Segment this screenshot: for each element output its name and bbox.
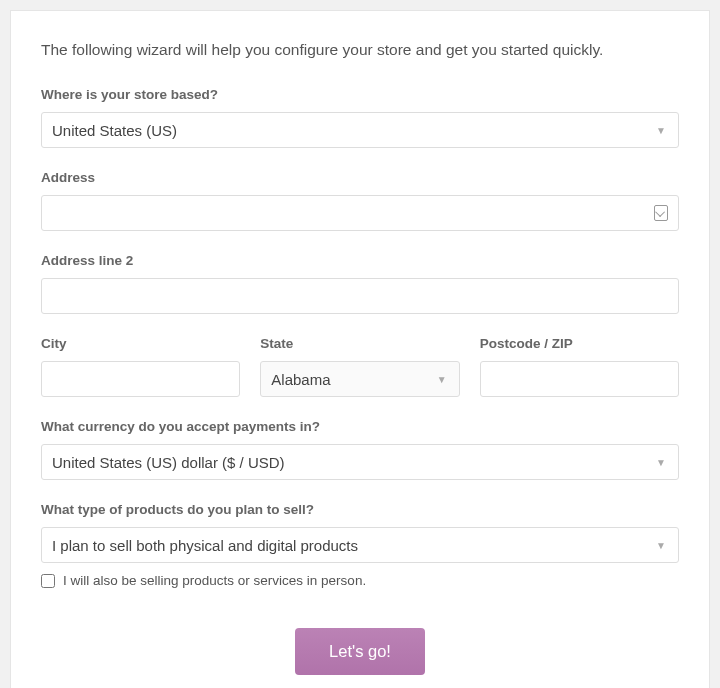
currency-value: United States (US) dollar ($ / USD) <box>52 454 285 471</box>
postcode-group: Postcode / ZIP <box>480 336 679 397</box>
product-type-label: What type of products do you plan to sel… <box>41 502 679 517</box>
postcode-input-wrap <box>480 361 679 397</box>
city-group: City <box>41 336 240 397</box>
in-person-row: I will also be selling products or servi… <box>41 573 679 588</box>
chevron-down-icon: ▼ <box>437 374 447 385</box>
store-location-label: Where is your store based? <box>41 87 679 102</box>
address-input-wrap <box>41 195 679 231</box>
product-type-value: I plan to sell both physical and digital… <box>52 537 358 554</box>
address2-label: Address line 2 <box>41 253 679 268</box>
address2-input[interactable] <box>52 279 668 313</box>
wizard-card: The following wizard will help you confi… <box>10 10 710 688</box>
store-location-value: United States (US) <box>52 122 177 139</box>
lets-go-button[interactable]: Let's go! <box>295 628 425 675</box>
store-location-group: Where is your store based? United States… <box>41 87 679 148</box>
state-label: State <box>260 336 459 351</box>
state-value: Alabama <box>271 371 330 388</box>
city-input[interactable] <box>52 362 229 396</box>
product-type-select[interactable]: I plan to sell both physical and digital… <box>41 527 679 563</box>
city-input-wrap <box>41 361 240 397</box>
in-person-checkbox[interactable] <box>41 574 55 588</box>
address2-input-wrap <box>41 278 679 314</box>
address-input[interactable] <box>52 196 668 230</box>
autofill-icon[interactable] <box>654 205 668 221</box>
postcode-label: Postcode / ZIP <box>480 336 679 351</box>
state-select[interactable]: Alabama ▼ <box>260 361 459 397</box>
chevron-down-icon: ▼ <box>656 540 666 551</box>
postcode-input[interactable] <box>491 362 668 396</box>
city-label: City <box>41 336 240 351</box>
currency-label: What currency do you accept payments in? <box>41 419 679 434</box>
submit-wrap: Let's go! <box>41 628 679 675</box>
city-state-zip-row: City State Alabama ▼ Postcode / ZIP <box>41 336 679 397</box>
currency-select[interactable]: United States (US) dollar ($ / USD) ▼ <box>41 444 679 480</box>
currency-group: What currency do you accept payments in?… <box>41 419 679 480</box>
address2-group: Address line 2 <box>41 253 679 314</box>
in-person-label: I will also be selling products or servi… <box>63 573 366 588</box>
address-label: Address <box>41 170 679 185</box>
product-type-group: What type of products do you plan to sel… <box>41 502 679 563</box>
chevron-down-icon: ▼ <box>656 125 666 136</box>
store-location-select[interactable]: United States (US) ▼ <box>41 112 679 148</box>
state-group: State Alabama ▼ <box>260 336 459 397</box>
address-group: Address <box>41 170 679 231</box>
intro-text: The following wizard will help you confi… <box>41 41 679 59</box>
chevron-down-icon: ▼ <box>656 457 666 468</box>
